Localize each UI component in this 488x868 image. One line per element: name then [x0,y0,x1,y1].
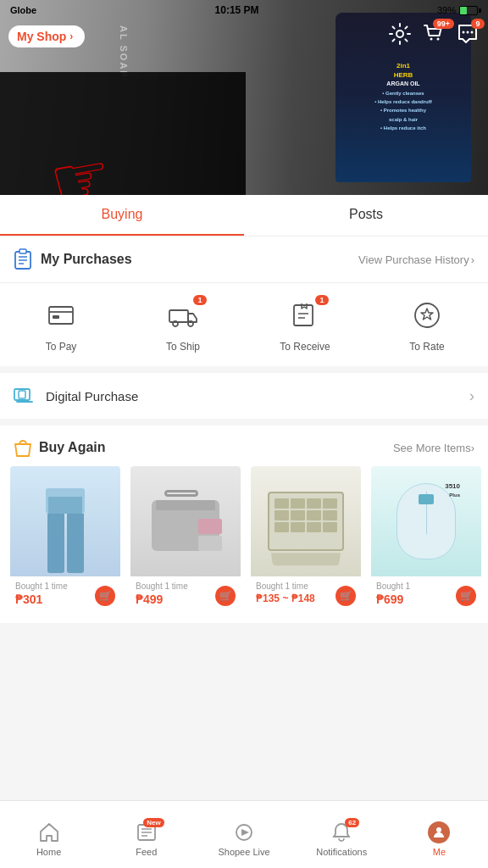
add-to-cart-jeans[interactable]: 🛒 [95,586,115,606]
to-receive-badge: 1 [315,295,329,305]
to-receive-label: To Receive [280,341,330,353]
notifications-badge: 62 [345,818,359,827]
product-card-mouse[interactable]: 3510Plus Bought 1 ₱699 🛒 [371,466,481,613]
notifications-label: Notifications [316,847,367,857]
to-ship-icon [168,300,198,331]
time-label: 10:15 PM [215,4,259,16]
carrier-label: Globe [10,5,36,15]
tabs: Buying Posts [0,195,488,236]
product-card-jeans[interactable]: Bought 1 time ₱301 🛒 [10,466,120,613]
svg-point-16 [188,321,193,326]
nav-notifications[interactable]: 62 Notifications [293,813,391,857]
shopee-live-label: Shopee Live [218,847,269,857]
section-title-wrap: My Purchases [14,248,132,270]
to-receive-icon-wrap: 1 [290,300,320,334]
purchase-icons-row: To Pay 1 To Ship [0,283,488,366]
product-card-laptop-case[interactable]: Bought 1 time ₱135 ~ ₱148 🛒 [251,466,361,613]
me-icon [428,821,450,843]
digital-purchase-chevron: › [469,387,474,405]
to-rate-icon [412,300,442,331]
digital-purchase-icon [14,387,36,405]
clipboard-icon [14,248,32,270]
buy-again-title-wrap: Buy Again [14,437,106,458]
product-image-jeans [10,466,120,576]
svg-point-3 [463,31,465,34]
to-receive-item[interactable]: 1 To Receive [244,300,366,353]
my-shop-label: My Shop [17,30,66,43]
buy-again-title: Buy Again [39,440,106,455]
feed-label: Feed [136,847,157,857]
chevron-icon: › [471,253,474,266]
to-ship-item[interactable]: 1 To Ship [122,300,244,353]
svg-point-20 [415,303,439,327]
to-rate-item[interactable]: To Rate [366,300,488,353]
svg-point-2 [437,38,440,41]
svg-point-4 [467,31,469,34]
home-label: Home [36,847,61,857]
nav-me[interactable]: Me [391,813,488,857]
my-purchases-section: My Purchases View Purchase History › To … [0,236,488,366]
svg-rect-13 [53,315,59,319]
nav-home[interactable]: Home [0,813,97,857]
svg-point-1 [430,38,433,41]
svg-rect-11 [49,307,73,324]
hero-banner: AL SOAP ☞ 2in1HERBARGAN OIL• Gently clea… [0,0,488,195]
add-to-cart-mouse[interactable]: 🛒 [456,586,476,606]
add-to-cart-laptop-case[interactable]: 🛒 [336,586,356,606]
status-bar: Globe 10:15 PM 39% [0,0,488,20]
svg-rect-17 [294,305,313,326]
svg-point-30 [436,827,441,832]
digital-purchase-label: Digital Purchase [46,389,138,403]
product-image-laptop-case [251,466,361,576]
view-purchase-history-link[interactable]: View Purchase History › [358,253,474,266]
svg-rect-7 [19,249,26,253]
me-label: Me [433,847,446,857]
add-to-cart-bag[interactable]: 🛒 [215,586,236,606]
to-receive-icon [290,300,320,331]
to-pay-item[interactable]: To Pay [0,300,122,353]
buy-again-icon [14,437,32,458]
svg-rect-14 [169,310,188,322]
bottom-nav: Home New Feed Shopee Live [0,800,488,868]
product-card-bag[interactable]: Bought 1 time ₱499 🛒 [130,466,241,613]
bottle-label: 2in1HERBARGAN OIL• Gently cleanses• Help… [371,58,435,136]
svg-point-15 [173,321,178,326]
product-image-mouse: 3510Plus [371,466,481,576]
feed-icon: New [136,821,158,843]
my-shop-link[interactable]: My Shop › [8,25,85,47]
buy-again-header: Buy Again See More Items › [0,426,488,466]
settings-icon[interactable] [388,22,412,49]
cart-icon[interactable]: 99+ [422,22,446,49]
nav-feed[interactable]: New Feed [97,813,195,857]
chat-icon[interactable]: 9 [456,22,480,49]
to-pay-icon-wrap [46,300,76,334]
tab-posts[interactable]: Posts [244,195,488,236]
svg-point-0 [396,31,403,37]
to-rate-label: To Rate [409,341,444,353]
product-scroll: Bought 1 time ₱301 🛒 [0,466,488,623]
home-icon [38,821,60,843]
battery-icon [459,6,478,15]
chevron-right-icon: › [69,31,73,42]
to-ship-icon-wrap: 1 [168,300,198,334]
notifications-icon: 62 [330,821,352,843]
status-right: 39% [437,5,478,15]
my-purchases-header: My Purchases View Purchase History › [0,236,488,283]
digital-purchase-item[interactable]: Digital Purchase › [0,373,488,419]
to-pay-label: To Pay [46,341,77,353]
digital-purchase-left: Digital Purchase [14,387,138,405]
avatar [428,821,450,843]
to-pay-icon [46,300,76,331]
svg-point-5 [471,31,474,34]
to-ship-badge: 1 [193,295,207,305]
to-rate-icon-wrap [412,300,442,334]
battery-percent: 39% [437,5,456,15]
shopee-live-icon [233,821,255,843]
product-image-bag [130,466,241,576]
digital-purchase-section: Digital Purchase › [0,373,488,419]
main-content: Buying Posts My Purchases View Purchase … [0,195,488,800]
nav-shopee-live[interactable]: Shopee Live [195,813,292,857]
to-ship-label: To Ship [166,341,200,353]
tab-buying[interactable]: Buying [0,195,244,236]
see-more-link[interactable]: See More Items › [393,442,474,454]
